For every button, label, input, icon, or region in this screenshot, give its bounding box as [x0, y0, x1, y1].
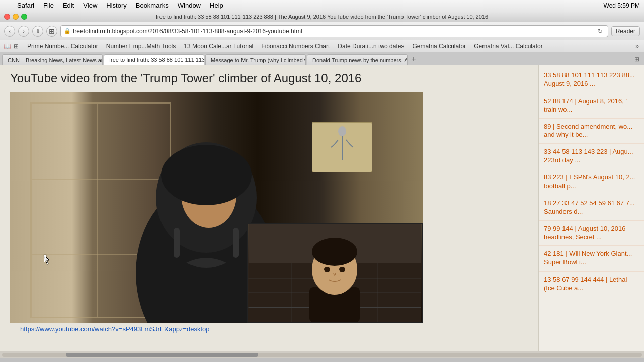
reading-list-icon[interactable]: 📖 — [3, 42, 11, 50]
webcam-overlay — [247, 223, 423, 323]
new-tab-add-button[interactable]: + — [409, 54, 419, 64]
sidebar-link-0[interactable]: 33 58 88 101 111 113 223 88... August 9,… — [539, 67, 644, 93]
webcam-scene — [248, 224, 422, 322]
tab-grid-button[interactable]: ⊞ — [632, 54, 642, 64]
forward-button[interactable]: › — [18, 26, 29, 37]
tab-label: Donald Trump news by the numbers, Aug... — [312, 57, 408, 63]
new-tab-button[interactable]: ⊞ — [46, 26, 57, 37]
refresh-button[interactable]: ↻ — [596, 27, 605, 36]
sidebar-link-8[interactable]: 13 58 67 99 144 444 | Lethal (Ice Cube a… — [539, 272, 644, 297]
horizontal-scrollbar[interactable] — [0, 351, 644, 358]
tab-label: free to find truth: 33 58 88 101 111 113… — [109, 57, 204, 63]
bookmark-gematria-val[interactable]: Gematria Val... Calculator — [470, 42, 547, 51]
minimize-button[interactable] — [13, 14, 19, 20]
bookmark-moon-cal[interactable]: 13 Moon Cale...ar Tutorial — [180, 42, 257, 51]
webcam-person — [294, 232, 375, 322]
address-bar-container: 🔒 ↻ — [60, 25, 608, 37]
svg-rect-5 — [233, 228, 239, 258]
menubar-right-items: Wed 5:59 PM — [604, 2, 640, 9]
macos-menubar: Safari File Edit View History Bookmarks … — [0, 0, 644, 11]
scrollbar-thumb[interactable] — [66, 353, 258, 357]
tab-cnn[interactable]: CNN – Breaking News, Latest News and Vid… — [2, 54, 103, 65]
menu-safari[interactable]: Safari — [13, 1, 38, 10]
tab-message[interactable]: Message to Mr. Trump (why I climbed your… — [205, 54, 306, 65]
sidebar-link-4[interactable]: 83 223 | ESPN's August 10, 2... football… — [539, 169, 644, 195]
bookmark-gematria-calc[interactable]: Gematria Calculator — [408, 42, 470, 51]
sidebar-link-5[interactable]: 18 27 33 47 52 54 59 61 67 7... Saunders… — [539, 195, 644, 221]
bookmark-date-duration[interactable]: Date Durati...n two dates — [334, 42, 408, 51]
sidebar-link-3[interactable]: 33 44 58 113 143 223 | Augu... 223rd day… — [539, 144, 644, 169]
reader-button[interactable]: Reader — [611, 26, 640, 36]
menu-time: Wed 5:59 PM — [604, 2, 640, 9]
menu-view[interactable]: View — [79, 1, 101, 10]
bookmark-fibonacci[interactable]: Fibonacci Numbers Chart — [257, 42, 334, 51]
svg-point-21 — [324, 267, 330, 272]
bookmark-icons: 📖 ⊞ — [3, 42, 20, 50]
tab-label: Message to Mr. Trump (why I climbed your… — [211, 57, 306, 63]
top-sites-icon[interactable]: ⊞ — [12, 42, 20, 50]
scrollbar-track[interactable] — [2, 353, 642, 357]
bookmarks-bar: 📖 ⊞ Prime Numbe... Calculator Number Emp… — [0, 40, 644, 52]
bookmark-number-math[interactable]: Number Emp...Math Tools — [102, 42, 180, 51]
sidebar-link-1[interactable]: 52 88 174 | August 8, 2016, ' train wo..… — [539, 93, 644, 119]
traffic-lights — [4, 14, 27, 20]
browser-titlebar: free to find truth: 33 58 88 101 111 113… — [0, 11, 644, 22]
maximize-button[interactable] — [21, 14, 27, 20]
sidebar-link-6[interactable]: 79 99 144 | August 10, 2016 headlines, S… — [539, 221, 644, 246]
page-inner: YouTube video from the 'Trump Tower' cli… — [0, 65, 538, 340]
svg-rect-4 — [174, 228, 180, 258]
menu-window[interactable]: Window — [174, 1, 205, 10]
window-title: free to find truth: 33 58 88 101 111 113… — [156, 14, 488, 20]
address-bar[interactable] — [73, 28, 594, 35]
menu-bookmarks[interactable]: Bookmarks — [132, 1, 173, 10]
menu-file[interactable]: File — [39, 1, 58, 10]
wall-painting — [312, 122, 372, 172]
svg-point-20 — [312, 238, 357, 266]
sidebar-link-7[interactable]: 42 181 | Will New York Giant... Super Bo… — [539, 246, 644, 272]
menu-edit[interactable]: Edit — [59, 1, 78, 10]
tab-label: CNN – Breaking News, Latest News and Vid… — [8, 57, 103, 63]
security-icon: 🔒 — [64, 28, 71, 34]
menu-help[interactable]: Help — [206, 1, 227, 10]
browser-content-area: YouTube video from the 'Trump Tower' cli… — [0, 65, 644, 351]
page-content: YouTube video from the 'Trump Tower' cli… — [0, 65, 538, 351]
sidebar: 33 58 88 101 111 113 223 88... August 9,… — [538, 65, 644, 351]
menu-history[interactable]: History — [102, 1, 130, 10]
video-link[interactable]: https://www.youtube.com/watch?v=sP493LmS… — [10, 323, 528, 335]
share-button[interactable]: ⇧ — [32, 26, 43, 37]
svg-point-3 — [161, 145, 252, 205]
bookmarks-overflow-button[interactable]: » — [633, 42, 641, 51]
tabs-bar: CNN – Breaking News, Latest News and Vid… — [0, 52, 644, 65]
video-player[interactable] — [10, 92, 423, 323]
tab-donald[interactable]: Donald Trump news by the numbers, Aug...… — [307, 54, 408, 65]
tab-freetofindtruth[interactable]: free to find truth: 33 58 88 101 111 113… — [104, 54, 204, 65]
close-button[interactable] — [4, 14, 10, 20]
svg-point-8 — [338, 126, 346, 136]
browser-toolbar: ‹ › ⇧ ⊞ 🔒 ↻ Reader — [0, 22, 644, 40]
sidebar-link-2[interactable]: 89 | Second amendment, wo... and why it … — [539, 119, 644, 144]
bookmark-prime-calculator[interactable]: Prime Numbe... Calculator — [23, 42, 102, 51]
svg-point-22 — [339, 267, 345, 272]
page-title: YouTube video from the 'Trump Tower' cli… — [10, 70, 423, 86]
back-button[interactable]: ‹ — [4, 26, 15, 37]
